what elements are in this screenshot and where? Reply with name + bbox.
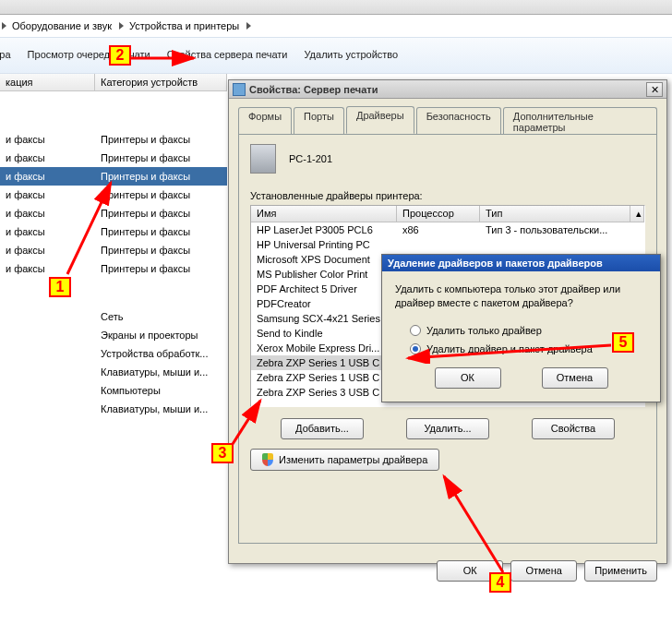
dialog-title: Свойства: Сервер печати	[249, 84, 646, 95]
list-item[interactable]: и факсы	[0, 149, 95, 167]
dialog-titlebar[interactable]: Свойства: Сервер печати ✕	[229, 80, 666, 99]
cancel-button[interactable]: Отмена	[510, 560, 577, 582]
annotation-arrow-5	[402, 342, 615, 364]
cell-type: Тип 3 - пользовательски...	[480, 222, 644, 237]
cell-name: MS Publisher Color Print	[251, 267, 397, 282]
listview-header-processor[interactable]: Процессор	[397, 206, 480, 222]
driver-properties-button[interactable]: Свойства	[532, 418, 615, 439]
svg-line-4	[408, 345, 611, 358]
window-titlebar-fragment	[0, 0, 672, 15]
cell-name: PDFCreator	[251, 296, 397, 311]
printer-icon	[233, 83, 246, 96]
chevron-right-icon	[246, 22, 251, 30]
annotation-marker-4: 4	[489, 572, 511, 593]
change-driver-settings-label: Изменить параметры драйвера	[279, 450, 427, 470]
listview-header-name[interactable]: Имя	[251, 206, 397, 222]
list-item[interactable]: Экраны и проекторы	[95, 326, 227, 344]
msgbox-ok-button[interactable]: ОК	[435, 367, 501, 389]
drivers-list-label: Установленные драйверы принтера:	[250, 190, 645, 201]
shield-icon	[262, 453, 273, 466]
annotation-marker-3: 3	[211, 443, 234, 463]
cell-name: Zebra ZXP Series 1 USB C	[251, 370, 397, 385]
toolbar-item-fragment[interactable]: ринтера	[0, 49, 11, 60]
change-driver-settings-button[interactable]: Изменить параметры драйвера	[250, 449, 439, 471]
svg-line-3	[444, 476, 503, 572]
breadcrumb: Оборудование и звук Устройства и принтер…	[0, 15, 672, 37]
list-item[interactable]: Клавиатуры, мыши и...	[95, 363, 227, 381]
cell-processor	[397, 237, 480, 252]
server-icon	[250, 144, 276, 174]
scroll-up-icon[interactable]: ▴	[630, 206, 644, 222]
annotation-arrow-4	[438, 471, 508, 577]
annotation-marker-1: 1	[49, 277, 71, 297]
cell-name: Samsung SCX-4x21 Series	[251, 311, 397, 326]
cell-name: PDF Architect 5 Driver	[251, 282, 397, 296]
remove-driver-confirm-dialog: Удаление драйверов и пакетов драйверов У…	[381, 254, 661, 402]
column-header[interactable]: Категория устройств	[95, 74, 227, 91]
table-row[interactable]: HP LaserJet P3005 PCL6x86Тип 3 - пользов…	[251, 222, 644, 237]
cell-name: Xerox Mobile Express Dri...	[251, 341, 397, 355]
cell-name: HP Universal Printing PC	[251, 237, 397, 252]
annotation-marker-5: 5	[612, 332, 634, 353]
toolbar-item-remove-device[interactable]: Удалить устройство	[304, 49, 398, 60]
breadcrumb-item[interactable]: Устройства и принтеры	[129, 18, 239, 33]
cell-name: Zebra ZXP Series 3 USB C	[251, 385, 397, 400]
remove-driver-button[interactable]: Удалить...	[406, 418, 489, 439]
annotation-arrow-2	[129, 49, 203, 67]
apply-button[interactable]: Применить	[584, 560, 657, 582]
column-header[interactable]: кация	[0, 74, 95, 91]
command-toolbar: ринтера Просмотр очереди печати Свойства…	[0, 37, 672, 74]
listview-header-type[interactable]: Тип	[480, 206, 630, 222]
msgbox-title[interactable]: Удаление драйверов и пакетов драйверов	[382, 255, 660, 271]
annotation-arrow-1	[65, 177, 120, 279]
list-item[interactable]: Принтеры и факсы	[95, 149, 227, 167]
list-item[interactable]: Компьютеры	[95, 381, 227, 400]
svg-line-0	[67, 183, 111, 274]
cell-type	[480, 237, 644, 252]
svg-line-2	[233, 401, 260, 444]
table-row[interactable]: HP Universal Printing PC	[251, 237, 644, 252]
tab-Порты[interactable]: Порты	[294, 107, 344, 135]
list-item[interactable]: и факсы	[0, 130, 95, 149]
cell-name: Microsoft XPS Document	[251, 252, 397, 267]
cell-name: Zebra ZXP Series 1 USB C	[251, 355, 397, 370]
cell-name: HP LaserJet P3005 PCL6	[251, 222, 397, 237]
radio-icon	[410, 325, 421, 336]
radio-label: Удалить только драйвер	[426, 325, 542, 336]
list-item[interactable]: Клавиатуры, мыши и...	[95, 400, 227, 418]
annotation-arrow-3	[231, 396, 268, 448]
tab-Безопасность[interactable]: Безопасность	[416, 107, 501, 135]
chevron-right-icon	[119, 22, 124, 30]
tab-Дополнительные параметры[interactable]: Дополнительные параметры	[503, 107, 657, 135]
close-icon[interactable]: ✕	[646, 82, 663, 97]
chevron-right-icon	[2, 22, 6, 30]
cell-processor: x86	[397, 222, 480, 237]
list-item[interactable]: Принтеры и факсы	[95, 130, 227, 149]
cell-name: Send to Kindle	[251, 326, 397, 341]
breadcrumb-item[interactable]: Оборудование и звук	[12, 18, 112, 33]
tab-Формы[interactable]: Формы	[238, 107, 292, 135]
list-item[interactable]: Устройства обработк...	[95, 344, 227, 363]
add-driver-button[interactable]: Добавить...	[281, 418, 364, 439]
msgbox-text: Удалить с компьютера только этот драйвер…	[395, 282, 647, 310]
annotation-marker-2: 2	[109, 45, 131, 66]
server-name: PC-1-201	[289, 153, 332, 164]
msgbox-cancel-button[interactable]: Отмена	[542, 367, 608, 389]
list-item[interactable]: Сеть	[95, 307, 227, 326]
tab-Драйверы[interactable]: Драйверы	[346, 106, 414, 134]
